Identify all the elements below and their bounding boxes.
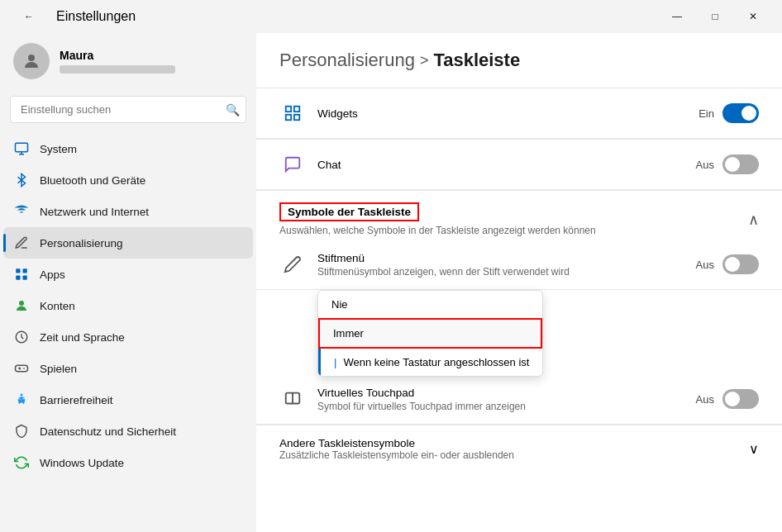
user-name: Maura (60, 49, 175, 62)
sidebar-label-privacy: Datenschutz und Sicherheit (40, 425, 176, 438)
user-email (60, 65, 175, 74)
app-body: Maura 🔍 System Bluetooth und Geräte (0, 33, 782, 532)
sidebar-label-accounts: Konten (40, 300, 75, 312)
symbols-section: Symbole der Taskleiste Auswählen, welche… (256, 190, 782, 425)
svg-point-6 (19, 301, 24, 306)
touchpad-item: Virtuelles Touchpad Symbol für virtuelle… (256, 374, 782, 425)
chat-item: Chat Aus (256, 140, 782, 190)
time-icon (13, 329, 30, 345)
dropdown-whenno-label: Wenn keine Tastatur angeschlossen ist (343, 356, 529, 368)
symbols-desc: Auswählen, welche Symbole in der Tasklei… (279, 225, 596, 236)
sidebar-item-accessibility[interactable]: Barrierefreiheit (3, 384, 253, 416)
touchpad-toggle[interactable] (722, 389, 759, 409)
widgets-toggle[interactable] (722, 103, 759, 123)
symbols-title: Symbole der Taskleiste (279, 202, 419, 221)
svg-rect-11 (294, 107, 299, 112)
sidebar-label-update: Windows Update (40, 457, 124, 469)
sidebar-item-time[interactable]: Zeit und Sprache (3, 321, 253, 353)
keyboard-dropdown-wrapper: Nie Immer | Wenn keine Tastatur angeschl… (256, 290, 782, 300)
sidebar-item-accounts[interactable]: Konten (3, 290, 253, 321)
other-chevron-icon: ∨ (749, 441, 759, 457)
search-input[interactable] (10, 96, 246, 123)
dropdown-immer-label: Immer (333, 327, 364, 340)
maximize-button[interactable]: □ (696, 3, 734, 30)
sidebar: Maura 🔍 System Bluetooth und Geräte (0, 33, 256, 532)
svg-point-9 (21, 394, 23, 397)
symbols-title-wrapper: Symbole der Taskleiste (279, 202, 596, 221)
sidebar-item-system[interactable]: System (3, 133, 253, 164)
dropdown-item-nie[interactable]: Nie (318, 291, 542, 318)
app-title: Einstellungen (56, 9, 136, 24)
user-profile[interactable]: Maura (0, 33, 256, 93)
chat-icon (279, 151, 306, 178)
dropdown-item-whenno[interactable]: | Wenn keine Tastatur angeschlossen ist (318, 349, 542, 376)
svg-rect-12 (286, 115, 291, 120)
chat-label: Chat (317, 159, 696, 171)
breadcrumb-parent: Personalisierung (279, 50, 415, 71)
pen-label: Stiftmenü (317, 252, 696, 264)
nav-list: System Bluetooth und Geräte Netzwerk und… (0, 133, 256, 478)
svg-rect-8 (16, 365, 28, 372)
widgets-label: Widgets (317, 107, 699, 120)
svg-rect-1 (16, 143, 28, 152)
dropdown-icon: | (334, 356, 336, 368)
gaming-icon (13, 360, 30, 377)
svg-point-0 (28, 55, 35, 61)
personalization-icon (13, 235, 30, 251)
sidebar-item-personalization[interactable]: Personalisierung (3, 227, 253, 259)
pen-toggle[interactable] (722, 254, 759, 274)
system-icon (13, 140, 30, 157)
symbols-chevron-icon[interactable]: ∧ (748, 211, 759, 229)
pen-state: Aus (696, 259, 714, 271)
avatar (13, 43, 50, 79)
other-section[interactable]: Andere Taskleistensymbole Zusätzliche Ta… (256, 425, 782, 473)
sidebar-item-network[interactable]: Netzwerk und Internet (3, 196, 253, 227)
keyboard-row: Nie Immer | Wenn keine Tastatur angeschl… (256, 290, 782, 300)
touchpad-label: Virtuelles Touchpad (317, 387, 696, 399)
close-button[interactable]: ✕ (734, 3, 772, 30)
widgets-icon (279, 100, 306, 126)
svg-rect-5 (23, 276, 27, 280)
dropdown-menu[interactable]: Nie Immer | Wenn keine Tastatur angeschl… (317, 290, 543, 377)
sidebar-item-apps[interactable]: Apps (3, 259, 253, 290)
svg-rect-2 (16, 268, 20, 273)
dropdown-nie-label: Nie (331, 298, 348, 311)
back-button[interactable]: ← (10, 3, 48, 30)
minimize-button[interactable]: — (658, 3, 696, 30)
widgets-item: Widgets Ein (256, 88, 782, 139)
sidebar-item-privacy[interactable]: Datenschutz und Sicherheit (3, 416, 253, 447)
breadcrumb-current: Taskleiste (433, 50, 520, 71)
title-bar: ← Einstellungen — □ ✕ (0, 0, 782, 33)
touchpad-desc: Symbol für virtuelles Touchpad immer anz… (317, 401, 696, 412)
touchpad-icon (279, 386, 306, 412)
other-label: Andere Taskleistensymbole (279, 437, 749, 449)
sidebar-label-time: Zeit und Sprache (40, 331, 125, 344)
sidebar-item-bluetooth[interactable]: Bluetooth und Geräte (3, 164, 253, 196)
privacy-icon (13, 423, 30, 439)
sidebar-item-gaming[interactable]: Spielen (3, 353, 253, 384)
other-desc: Zusätzliche Taskleistensymbole ein- oder… (279, 449, 749, 461)
search-box: 🔍 (10, 96, 246, 123)
svg-rect-4 (16, 276, 20, 280)
apps-icon (13, 266, 30, 283)
sidebar-label-system: System (40, 143, 77, 155)
sidebar-label-bluetooth: Bluetooth und Geräte (40, 174, 145, 187)
breadcrumb-sep: > (420, 52, 429, 69)
sidebar-label-network: Netzwerk und Internet (40, 206, 149, 218)
sidebar-label-gaming: Spielen (40, 363, 77, 375)
pen-menu-item: Stiftmenü Stiftmenüsymbol anzeigen, wenn… (256, 240, 782, 290)
chat-toggle[interactable] (722, 154, 759, 174)
search-icon: 🔍 (226, 103, 240, 116)
accessibility-icon (13, 392, 30, 408)
svg-rect-3 (23, 268, 27, 273)
content-header: Personalisierung > Taskleiste (256, 33, 782, 88)
widgets-group: Widgets Ein (256, 88, 782, 139)
bluetooth-icon (13, 172, 30, 188)
update-icon (13, 454, 30, 471)
widgets-state: Ein (699, 107, 714, 120)
pen-desc: Stiftmenüsymbol anzeigen, wenn der Stift… (317, 266, 696, 278)
dropdown-item-immer[interactable]: Immer (318, 318, 542, 349)
chat-state: Aus (696, 159, 714, 171)
sidebar-item-update[interactable]: Windows Update (3, 447, 253, 478)
sidebar-label-accessibility: Barrierefreiheit (40, 394, 113, 406)
